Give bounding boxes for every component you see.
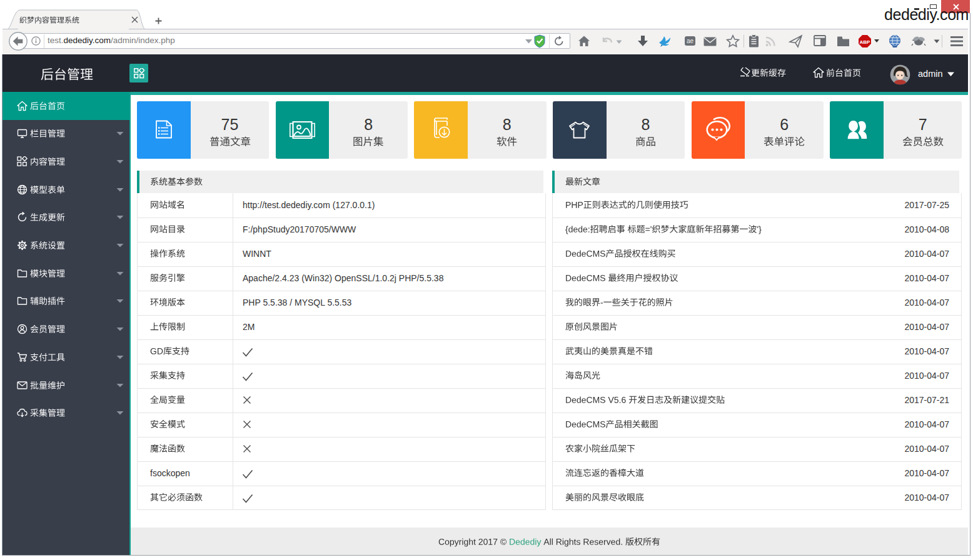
svg-text:ABP: ABP [860, 39, 871, 45]
svg-text:ae: ae [687, 38, 694, 44]
